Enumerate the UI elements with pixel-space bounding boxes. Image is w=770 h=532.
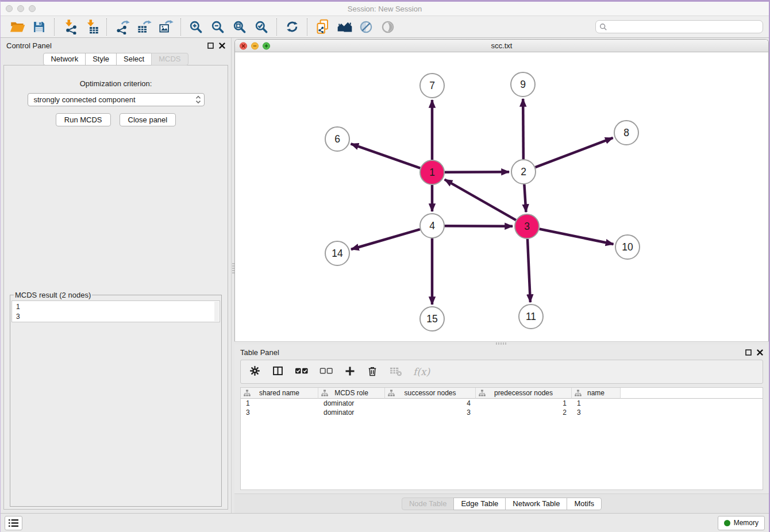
zoom-in-icon[interactable] (187, 18, 205, 36)
table-cell[interactable]: 3 (241, 408, 318, 417)
graph-edge-4-14[interactable] (351, 229, 420, 249)
tab-style[interactable]: Style (85, 53, 117, 65)
graph-edge-2-8[interactable] (536, 138, 613, 167)
memory-button[interactable]: Memory (718, 516, 765, 530)
show-columns-icon[interactable] (272, 365, 284, 379)
unselect-all-icon[interactable] (319, 367, 333, 377)
tab-network-table[interactable]: Network Table (505, 498, 567, 510)
graph-node-2[interactable]: 2 (511, 160, 536, 184)
inactive-eye-icon[interactable] (379, 18, 397, 36)
graph-edge-3-11[interactable] (528, 239, 530, 302)
graph-node-15[interactable]: 15 (420, 307, 444, 331)
column-header-MCDS-role[interactable]: MCDS role (318, 388, 385, 399)
close-panel-icon[interactable] (219, 43, 225, 49)
table-settings-icon[interactable] (249, 365, 261, 379)
column-header-predecessor-nodes[interactable]: predecessor nodes (476, 388, 572, 399)
network-view-window: scc.txt 7968124314101511 (234, 39, 769, 341)
search-input[interactable] (610, 21, 759, 32)
table-cell[interactable]: dominator (318, 399, 385, 407)
column-header-shared-name[interactable]: shared name (241, 388, 318, 399)
zoom-selected-icon[interactable] (252, 18, 271, 36)
graph-node-6[interactable]: 6 (325, 127, 349, 151)
tab-edge-table[interactable]: Edge Table (453, 498, 506, 510)
graph-node-3[interactable]: 3 (515, 214, 539, 238)
close-window-button[interactable] (6, 5, 13, 12)
import-network-icon[interactable] (60, 18, 79, 36)
create-column-icon[interactable] (344, 365, 356, 379)
tab-mcds[interactable]: MCDS (151, 53, 188, 65)
network-close-icon[interactable] (240, 42, 247, 49)
export-network-icon[interactable] (113, 18, 131, 36)
network-canvas[interactable]: 7968124314101511 (235, 52, 768, 341)
table-cell[interactable]: 1 (476, 399, 572, 407)
graph-node-11[interactable]: 11 (519, 304, 543, 329)
table-cell[interactable]: 2 (476, 408, 572, 417)
mcds-result-text[interactable]: 1 3 (11, 300, 220, 322)
select-stepper-icon (195, 95, 202, 105)
graph-edge-1-6[interactable] (351, 144, 421, 168)
tab-network[interactable]: Network (43, 53, 86, 65)
zoom-out-icon[interactable] (209, 18, 227, 36)
zoom-window-button[interactable] (29, 5, 36, 12)
table-cell[interactable]: 1 (572, 399, 621, 407)
graph-node-7[interactable]: 7 (420, 74, 444, 98)
graph-edge-1-2[interactable] (445, 172, 509, 172)
table-cell[interactable]: dominator (318, 408, 385, 417)
import-table-icon[interactable] (82, 18, 101, 36)
graph-edge-4-3[interactable] (445, 226, 513, 226)
delete-rows-icon[interactable] (367, 365, 378, 379)
tab-select[interactable]: Select (116, 53, 152, 65)
svg-text:4: 4 (429, 220, 435, 232)
column-header-name[interactable]: name (572, 388, 621, 399)
clone-network-icon[interactable] (313, 18, 332, 36)
home-icon[interactable] (335, 18, 353, 36)
close-table-panel-icon[interactable] (757, 349, 763, 356)
graph-edge-3-1[interactable] (445, 179, 516, 220)
table-cell[interactable]: 4 (385, 399, 476, 407)
search-box[interactable] (595, 20, 763, 33)
graph-edge-2-3[interactable] (524, 184, 526, 212)
open-session-icon[interactable] (8, 18, 26, 36)
graph-node-1[interactable]: 1 (420, 160, 444, 184)
graph-node-14[interactable]: 14 (325, 241, 349, 265)
horizontal-splitter[interactable] (234, 341, 769, 345)
svg-text:1: 1 (429, 167, 435, 178)
graph-edge-3-10[interactable] (540, 229, 614, 244)
tab-motifs[interactable]: Motifs (567, 498, 602, 510)
network-maximize-icon[interactable] (263, 42, 270, 49)
export-table-icon[interactable] (134, 18, 153, 36)
run-mcds-button[interactable]: Run MCDS (56, 113, 111, 126)
network-minimize-icon[interactable] (251, 42, 259, 49)
apply-layout-icon[interactable] (283, 18, 301, 36)
hide-graphics-details-icon[interactable] (357, 18, 375, 36)
network-window-titlebar[interactable]: scc.txt (235, 40, 768, 52)
vertical-splitter[interactable] (231, 38, 234, 513)
float-table-panel-icon[interactable] (745, 349, 752, 356)
graph-edge-2-9[interactable] (523, 99, 523, 159)
export-image-icon[interactable] (156, 18, 175, 36)
result-scrollbar[interactable] (214, 302, 219, 321)
node-table: shared nameMCDS rolesuccessor nodesprede… (240, 387, 763, 490)
graph-node-8[interactable]: 8 (614, 121, 638, 145)
optimization-criterion-select[interactable]: strongly connected component (28, 93, 205, 106)
tab-node-table[interactable]: Node Table (402, 498, 455, 510)
network-graph[interactable]: 7968124314101511 (235, 52, 768, 341)
main-toolbar (1, 16, 769, 38)
fit-content-icon[interactable] (230, 18, 249, 36)
task-history-button[interactable] (5, 516, 22, 530)
table-cell[interactable]: 1 (241, 399, 318, 407)
graph-node-10[interactable]: 10 (615, 235, 640, 259)
table-cell[interactable]: 3 (572, 408, 621, 417)
graph-node-4[interactable]: 4 (420, 214, 444, 238)
graph-node-9[interactable]: 9 (511, 72, 535, 97)
save-session-icon[interactable] (30, 18, 48, 36)
table-row[interactable]: 3dominator323 (241, 408, 763, 417)
column-header-successor-nodes[interactable]: successor nodes (385, 388, 476, 399)
table-panel-title: Table Panel (240, 348, 279, 357)
minimize-window-button[interactable] (17, 5, 24, 12)
float-panel-icon[interactable] (207, 43, 214, 49)
table-cell[interactable]: 3 (385, 408, 476, 417)
table-row[interactable]: 1dominator411 (241, 399, 763, 408)
select-all-icon[interactable] (295, 367, 309, 377)
close-panel-button[interactable]: Close panel (120, 113, 176, 126)
